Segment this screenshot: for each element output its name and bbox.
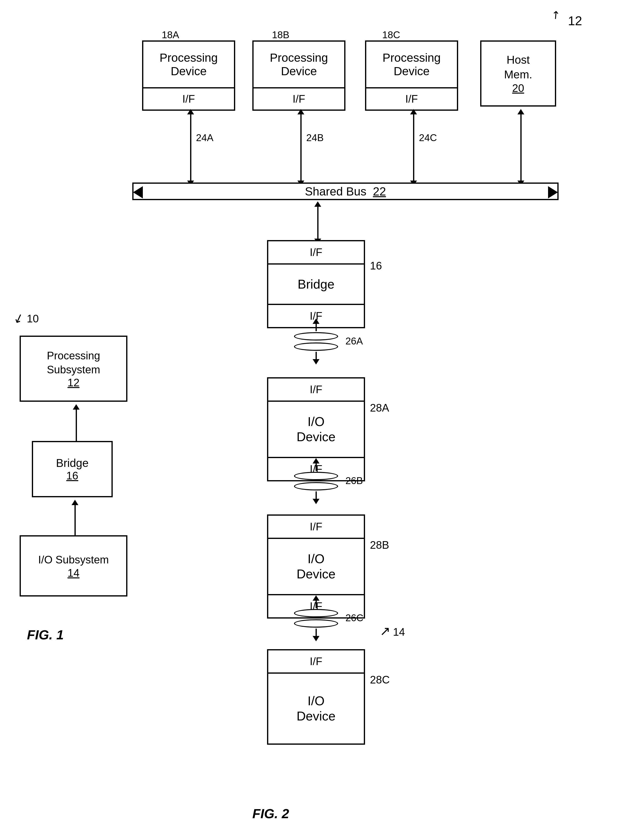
shared-bus: Shared Bus 22 [132, 183, 559, 200]
io-device-28c: I/F I/ODevice [267, 649, 365, 745]
label-26b: 26B [346, 475, 363, 486]
arrow-bus-to-bridge [314, 201, 321, 244]
label-18c: 18C [382, 29, 400, 40]
proc-device-18a-text: ProcessingDevice [143, 42, 234, 88]
arrow-host-mem [518, 109, 524, 186]
fig1-bridge-num: 16 [66, 470, 78, 482]
proc-device-18a: ProcessingDevice I/F [142, 40, 235, 111]
fig1-proc-subsystem: ProcessingSubsystem 12 [20, 336, 128, 402]
diagram-num-arrow: ↗ [548, 7, 563, 22]
bridge-main: Bridge [268, 265, 364, 305]
fig1-label: FIG. 1 [27, 627, 64, 642]
shared-bus-num: 22 [373, 185, 386, 198]
bridge-if-top: I/F [268, 241, 364, 265]
label-24b: 24B [306, 132, 324, 143]
bridge-box: I/F Bridge I/F [267, 240, 365, 328]
label-18b: 18B [272, 29, 289, 40]
host-mem-box: HostMem. 20 [480, 40, 556, 107]
subsystem-14-num: 14 [393, 626, 405, 638]
subsystem-14-bracket: ↙ 14 [380, 625, 405, 639]
io-28c-main: I/ODevice [268, 674, 364, 744]
proc-device-18b-if: I/F [254, 88, 344, 109]
fig1-proc-subsystem-text: ProcessingSubsystem [47, 349, 100, 376]
label-24a: 24A [196, 132, 213, 143]
fig1-num: ↙ 10 [13, 311, 39, 325]
fig1-io-subsystem: I/O Subsystem 14 [20, 535, 128, 597]
fig1-arrow-1 [73, 404, 80, 447]
io-28c-label: 28C [370, 674, 390, 686]
bridge-num-label: 16 [370, 260, 382, 272]
fig1-bridge-box: Bridge 16 [32, 441, 113, 497]
fig1-proc-subsystem-num: 12 [68, 376, 80, 389]
fig1-io-subsystem-num: 14 [68, 567, 80, 579]
host-mem-text: HostMem. [504, 53, 532, 82]
io-28b-label: 28B [370, 539, 389, 551]
io-28c-if-top: I/F [268, 651, 364, 674]
label-18a: 18A [162, 29, 179, 40]
connector-26a [294, 319, 338, 365]
io-28a-label: 28A [370, 402, 389, 414]
label-26c: 26C [346, 613, 363, 624]
diagram-container: 12 ↗ 18A 18B 18C ProcessingDevice I/F Pr… [0, 0, 636, 840]
connector-26b [294, 458, 338, 504]
arrow-24a [187, 109, 194, 186]
io-28a-main: I/ODevice [268, 402, 364, 458]
label-26a: 26A [346, 336, 363, 347]
shared-bus-label: Shared Bus [305, 185, 373, 198]
proc-device-18c-if: I/F [366, 88, 457, 109]
proc-device-18a-if: I/F [143, 88, 234, 109]
proc-device-18c-text: ProcessingDevice [366, 42, 457, 88]
io-28b-if-top: I/F [268, 516, 364, 539]
proc-device-18c: ProcessingDevice I/F [365, 40, 458, 111]
proc-device-18b: ProcessingDevice I/F [253, 40, 346, 111]
diagram-number: 12 [568, 13, 582, 28]
io-28b-main: I/ODevice [268, 539, 364, 595]
io-28a-if-top: I/F [268, 379, 364, 402]
fig1-bridge-text: Bridge [56, 456, 89, 470]
arrow-24b [297, 109, 304, 186]
fig2-label: FIG. 2 [253, 806, 289, 821]
host-mem-num: 20 [512, 82, 524, 94]
proc-device-18b-text: ProcessingDevice [254, 42, 344, 88]
fig1-io-subsystem-text: I/O Subsystem [38, 553, 109, 567]
label-24c: 24C [419, 132, 437, 143]
arrow-24c [410, 109, 417, 186]
connector-26c [294, 595, 338, 641]
